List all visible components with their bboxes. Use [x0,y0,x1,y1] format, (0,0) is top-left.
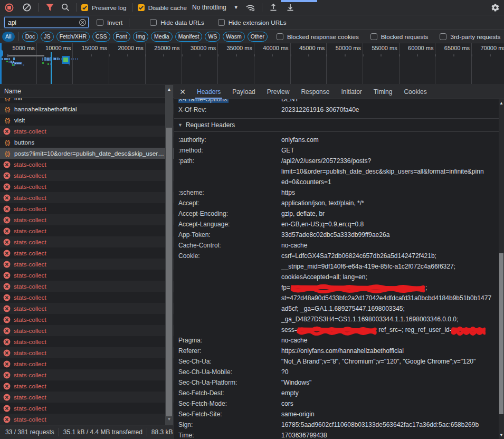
devtools-settings-button[interactable] [488,1,502,14]
request-row[interactable]: stats-collect [0,292,174,303]
type-filter-manifest[interactable]: Manifest [175,32,203,42]
blocked-requests-checkbox-group[interactable]: Blocked requests [370,33,429,40]
scroll-up-icon[interactable]: ▲ [499,101,504,106]
type-filter-css[interactable]: CSS [92,32,110,42]
type-filter-wasm[interactable]: Wasm [223,32,244,42]
type-filter-fetch-xhr[interactable]: Fetch/XHR [56,32,90,42]
hide-data-urls-checkbox-group[interactable]: Hide data URLs [150,19,204,26]
detail-tab-timing[interactable]: Timing [368,85,398,99]
import-har-button[interactable] [267,1,280,14]
request-row[interactable]: stats-collect [0,403,174,414]
request-row[interactable]: {:}hannahelizabethofficial [0,103,174,114]
collapse-triangle-icon[interactable]: ▼ [178,119,183,131]
request-row[interactable]: stats-collect [0,358,174,369]
preserve-log-checkbox[interactable] [81,4,88,11]
request-row[interactable]: stats-collect [0,369,174,380]
hide-data-urls-checkbox[interactable] [150,19,157,26]
blocked-response-cookies-checkbox-group[interactable]: Blocked response cookies [277,33,359,40]
request-row[interactable]: stats-collect [0,181,174,192]
detail-tab-cookies[interactable]: Cookies [398,85,432,99]
status-separator [147,428,147,436]
type-filter-ws[interactable]: WS [205,32,220,42]
network-conditions-button[interactable] [244,1,258,14]
invert-checkbox[interactable] [97,19,103,26]
type-filter-doc[interactable]: Doc [22,32,39,42]
request-row[interactable]: stats-collect [0,126,174,137]
network-overview-timeline[interactable]: 5000 ms10000 ms15000 ms20000 ms25000 ms3… [0,43,504,84]
scroll-down-icon[interactable]: ▼ [499,433,504,437]
overview-gridline [36,43,37,84]
type-filter-img[interactable]: Img [133,32,149,42]
scroll-down-icon[interactable]: ▼ [165,417,173,422]
blocked-response-cookies-checkbox[interactable] [277,33,283,40]
type-filter-all[interactable]: All [2,32,15,42]
column-header-name[interactable]: Name [0,85,174,98]
request-row[interactable]: stats-collect [0,225,174,236]
scroll-up-icon[interactable]: ▲ [165,87,173,92]
request-row[interactable]: stats-collect [0,325,174,336]
request-list-scrollbar[interactable]: ▲ ▼ [165,85,173,425]
request-row[interactable]: stats-collect [0,259,174,270]
overview-minor-tick [236,54,237,56]
request-row-selected[interactable]: {:}posts?limit=10&order=publish_date_des… [0,148,174,159]
preserve-log-checkbox-group[interactable]: Preserve log [81,4,127,11]
throttling-dropdown-arrow-icon[interactable]: ▼ [234,5,239,10]
request-row[interactable]: stats-collect [0,336,174,347]
detail-tab-headers[interactable]: Headers [191,85,226,99]
overview-activity-bar [71,58,72,60]
type-filter-media[interactable]: Media [151,32,173,42]
request-row[interactable]: {:}visit [0,114,174,126]
detail-tab-initiator[interactable]: Initiator [335,85,367,99]
3rd-party-requests-checkbox[interactable] [440,33,446,40]
detail-tab-response[interactable]: Response [295,85,335,99]
request-row[interactable]: stats-collect [0,380,174,392]
overview-tick-label: 70000 ms [480,45,504,51]
request-name: stats-collect [14,250,46,256]
type-filter-other[interactable]: Other [248,32,268,42]
type-filter-js[interactable]: JS [41,32,53,42]
filter-input[interactable] [5,19,73,26]
search-button[interactable] [59,1,72,14]
overview-left-handle-grip[interactable] [0,50,3,57]
request-row[interactable]: stats-collect [0,314,174,325]
detail-scrollbar[interactable]: ▲ ▼ [499,99,504,439]
request-row[interactable]: stats-collect [0,270,174,281]
request-headers-section[interactable]: ▼Request Headers [174,119,499,131]
filter-toggle-button[interactable] [43,1,56,14]
header-name: Accept-Encoding: [178,208,281,219]
request-row[interactable]: stats-collect [0,414,174,425]
request-row[interactable]: {:}buttons [0,137,174,148]
disable-cache-checkbox-group[interactable]: Disable cache [138,4,187,11]
clear-filter-icon[interactable] [79,19,86,26]
invert-checkbox-group[interactable]: Invert [97,19,122,26]
type-filter-font[interactable]: Font [113,32,130,42]
detail-tab-preview[interactable]: Preview [261,85,296,99]
record-button[interactable] [2,1,16,14]
request-row[interactable]: stats-collect [0,303,174,314]
section-title: Request Headers [186,121,235,129]
blocked-requests-checkbox[interactable] [370,33,377,40]
3rd-party-requests-checkbox-group[interactable]: 3rd-party requests [440,33,500,40]
request-row[interactable]: {:}init [0,98,174,103]
scrollbar-thumb[interactable] [166,128,172,416]
request-row[interactable]: stats-collect [0,392,174,403]
scrollbar-thumb[interactable] [499,253,503,414]
request-row[interactable]: stats-collect [0,192,174,203]
close-detail-icon[interactable]: ✕ [174,88,191,96]
disable-cache-checkbox[interactable] [138,4,145,11]
request-row[interactable]: stats-collect [0,281,174,292]
request-row[interactable]: stats-collect [0,203,174,214]
request-row[interactable]: stats-collect [0,247,174,259]
request-row[interactable]: stats-collect [0,159,174,170]
request-row[interactable]: stats-collect [0,236,174,247]
detail-tab-payload[interactable]: Payload [226,85,261,99]
clear-button[interactable] [20,1,34,14]
throttling-select[interactable]: No throttling [192,4,226,11]
request-row[interactable]: stats-collect [0,347,174,358]
failed-request-icon [3,360,11,368]
request-row[interactable]: stats-collect [0,170,174,181]
hide-extension-urls-checkbox-group[interactable]: Hide extension URLs [218,19,287,26]
export-har-button[interactable] [283,1,297,14]
request-row[interactable]: stats-collect [0,214,174,225]
hide-extension-urls-checkbox[interactable] [218,19,225,26]
